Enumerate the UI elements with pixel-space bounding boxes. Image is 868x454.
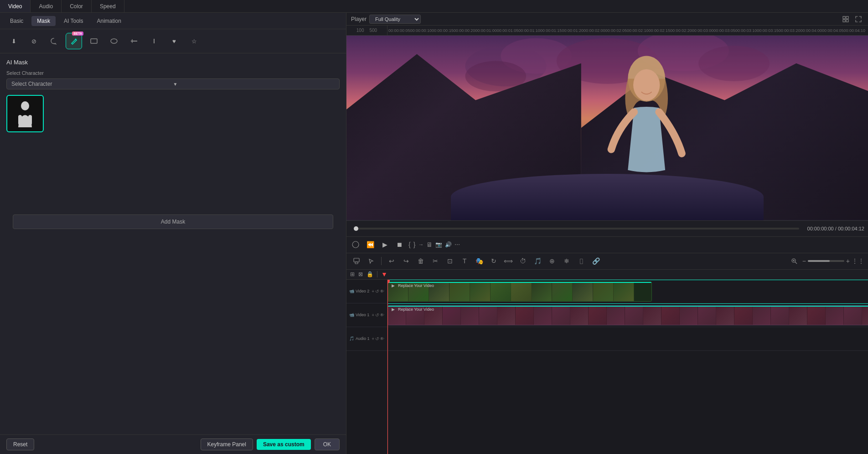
toolbar-replace-btn[interactable]: ⊕	[546, 255, 558, 267]
film-frame	[552, 282, 573, 301]
player-label: Player	[351, 16, 367, 22]
toolbar-text-btn[interactable]: T	[458, 255, 471, 267]
toolbar-link-btn[interactable]: 🔗	[589, 255, 602, 267]
toolbar-cut-btn[interactable]: ✂	[429, 255, 442, 267]
tab-audio[interactable]: Audio	[31, 0, 62, 12]
a1-hide-icon[interactable]: 👁	[380, 336, 384, 341]
subtab-animation[interactable]: Animation	[91, 16, 126, 26]
save-custom-button[interactable]: Save as custom	[257, 439, 311, 450]
rect-tool-btn[interactable]	[86, 33, 102, 49]
add-track-icon[interactable]: ⊞	[350, 271, 355, 277]
zoom-controls: − +	[802, 255, 850, 267]
clip-v1-filmstrip	[388, 306, 868, 325]
reset-button[interactable]: Reset	[6, 438, 34, 450]
toolbar-audio-btn[interactable]: 🎵	[531, 255, 544, 267]
svg-rect-8	[18, 115, 22, 125]
track-toggle-icon[interactable]: ⊠	[358, 271, 363, 277]
download-tool-btn[interactable]: ⬇	[5, 33, 22, 49]
toolbar-sticker-btn[interactable]: 🎭	[473, 255, 486, 267]
subtab-basic[interactable]: Basic	[5, 16, 29, 26]
arrow-right-icon[interactable]: →	[418, 241, 424, 248]
toolbar-flip-btn[interactable]: ⟺	[502, 255, 515, 267]
toolbar-delete-btn[interactable]: 🗑	[414, 255, 427, 267]
svg-point-2	[111, 39, 117, 43]
subtab-mask[interactable]: Mask	[31, 16, 56, 26]
sep	[377, 271, 377, 277]
hline-tool-btn[interactable]	[126, 33, 142, 49]
toolbar-undo-btn[interactable]: ↩	[385, 255, 398, 267]
v2-replace-icon[interactable]: ↺	[375, 289, 379, 294]
toolbar-redo-btn[interactable]: ↪	[400, 255, 413, 267]
player-icons	[841, 14, 863, 24]
v1-add-icon[interactable]: +	[372, 313, 374, 318]
toolbar-split-btn[interactable]: ⌷	[575, 255, 588, 267]
toolbar-crop-btn[interactable]: ⊡	[444, 255, 456, 267]
track-lock-icon[interactable]: 🔒	[367, 271, 373, 277]
subtab-ai-tools[interactable]: AI Tools	[58, 16, 88, 26]
back-to-start-btn[interactable]	[350, 239, 361, 250]
quality-select[interactable]: Full Quality Half Quality Quarter Qualit…	[369, 15, 421, 24]
vline-tool-btn[interactable]	[146, 33, 162, 49]
screen-icon[interactable]: 🖥	[426, 241, 433, 248]
bracket-left-icon[interactable]: {	[408, 241, 411, 248]
bracket-right-icon[interactable]: }	[413, 241, 416, 248]
ok-button[interactable]: OK	[315, 438, 340, 450]
select-character-dropdown[interactable]: Select Character ▼	[6, 78, 340, 89]
toolbar-cursor-btn[interactable]	[350, 255, 363, 267]
playback-progress[interactable]	[354, 228, 799, 230]
heart-tool-btn[interactable]: ♥	[166, 33, 182, 49]
v1-hide-icon[interactable]: 👁	[380, 313, 384, 318]
zoom-slider[interactable]	[808, 260, 844, 262]
film-frame	[614, 282, 634, 301]
star-tool-btn[interactable]: ☆	[186, 33, 202, 49]
toolbar-select-btn[interactable]	[365, 255, 377, 267]
svg-rect-23	[354, 258, 359, 262]
lasso-tool-btn[interactable]	[46, 33, 62, 49]
fullscreen-icon[interactable]	[853, 14, 863, 24]
character-thumb-1[interactable]	[6, 95, 44, 132]
film-frame	[589, 306, 607, 325]
playhead-marker-icon: ▼	[381, 271, 388, 278]
extra-controls: { } → 🖥 📷 🔊 ⋯	[408, 241, 460, 248]
tab-video[interactable]: Video	[0, 0, 31, 12]
grid-view-icon[interactable]	[841, 14, 851, 24]
svg-rect-11	[846, 16, 848, 19]
pen-tool-btn[interactable]: BETA	[66, 33, 82, 49]
track-label-video1: 📹 Video 1 + ↺ 👁	[346, 303, 387, 327]
tab-color[interactable]: Color	[62, 0, 92, 12]
zoom-in-icon[interactable]: +	[846, 257, 850, 265]
a1-replace-icon[interactable]: ↺	[375, 336, 379, 341]
toolbar-more-btn[interactable]: ⋮⋮	[852, 255, 864, 267]
toolbar-zoom-in-btn[interactable]	[788, 255, 801, 267]
toolbar-speed-btn[interactable]: ⏱	[517, 255, 529, 267]
v1-replace-icon[interactable]: ↺	[375, 313, 379, 318]
preview-scene	[346, 36, 868, 220]
v2-add-icon[interactable]: +	[372, 289, 374, 294]
camera-icon[interactable]: 📷	[435, 241, 442, 248]
step-back-btn[interactable]: ⏪	[365, 239, 376, 250]
a1-add-icon[interactable]: +	[372, 336, 374, 341]
film-frame	[807, 306, 826, 325]
film-frame	[607, 306, 625, 325]
keyframe-panel-button[interactable]: Keyframe Panel	[201, 438, 253, 450]
playhead-line	[388, 280, 388, 454]
timeline-content-row: 📹 Video 2 + ↺ 👁 📹	[346, 280, 868, 454]
toolbar-rotate-btn[interactable]: ↻	[487, 255, 500, 267]
toolbar-freeze-btn[interactable]: ❄	[560, 255, 573, 267]
playback-controls: ⏪ ▶ ⏹ { } → 🖥 📷 🔊 ⋯	[346, 237, 868, 253]
clip-video2[interactable]: Replace Your Video ▶	[388, 282, 652, 302]
top-tabs: Video Audio Color Speed	[0, 0, 868, 13]
volume-icon[interactable]: 🔊	[445, 241, 452, 248]
tab-speed[interactable]: Speed	[92, 0, 124, 12]
stop-btn[interactable]: ⏹	[394, 239, 405, 250]
play-btn[interactable]: ▶	[379, 239, 390, 250]
more-icon[interactable]: ⋯	[455, 241, 460, 248]
add-mask-button[interactable]: Add Mask	[13, 214, 333, 229]
clip-video1[interactable]: Replace Your Video ▶	[388, 305, 868, 325]
ban-tool-btn[interactable]: ⊘	[26, 33, 42, 49]
zoom-out-icon[interactable]: −	[802, 257, 806, 265]
player-controls: 00:00:00:00 / 00:00:04:12	[346, 220, 868, 237]
v2-hide-icon[interactable]: 👁	[380, 289, 384, 294]
ellipse-tool-btn[interactable]	[106, 33, 122, 49]
film-frame	[497, 306, 516, 325]
